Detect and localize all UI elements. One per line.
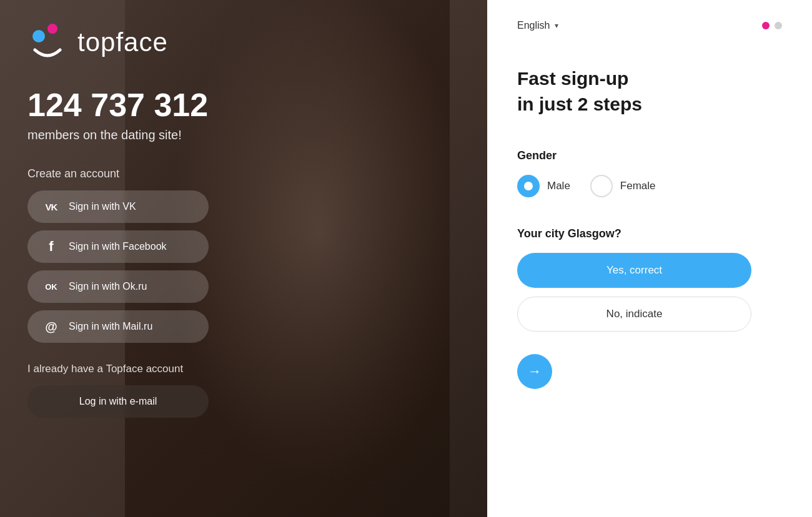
member-count: 124 737 312 xyxy=(27,87,460,123)
logo-text: topface xyxy=(77,27,168,57)
city-label: Your city Glasgow? xyxy=(517,227,782,240)
language-dropdown-arrow: ▾ xyxy=(555,21,558,30)
right-header: English ▾ xyxy=(517,20,782,31)
gender-row: Male Female xyxy=(517,175,782,197)
login-section: I already have a Topface account Log in … xyxy=(27,363,460,418)
create-account-label: Create an account xyxy=(27,167,460,180)
topface-logo-icon xyxy=(27,22,67,62)
okru-icon: OK xyxy=(42,278,60,295)
left-content: topface 124 737 312 members on the datin… xyxy=(0,0,487,517)
gender-male-option[interactable]: Male xyxy=(517,175,570,197)
language-label: English xyxy=(517,20,550,31)
city-yes-button[interactable]: Yes, correct xyxy=(517,253,751,288)
mailru-icon: @ xyxy=(42,318,60,335)
heading-line2: in just 2 steps xyxy=(517,94,642,114)
email-login-button[interactable]: Log in with e-mail xyxy=(27,385,209,418)
language-selector[interactable]: English ▾ xyxy=(517,20,558,31)
female-label: Female xyxy=(620,180,656,192)
left-panel: topface 124 737 312 members on the datin… xyxy=(0,0,487,517)
male-radio-inner xyxy=(524,182,533,190)
step-dots xyxy=(762,22,782,29)
svg-point-1 xyxy=(47,24,57,34)
mailru-btn-label: Sign in with Mail.ru xyxy=(69,321,152,332)
okru-signin-button[interactable]: OK Sign in with Ok.ru xyxy=(27,270,209,303)
city-no-button[interactable]: No, indicate xyxy=(517,297,751,332)
male-radio[interactable] xyxy=(517,175,540,197)
next-button[interactable]: → xyxy=(517,354,552,389)
signup-heading: Fast sign-up in just 2 steps xyxy=(517,66,782,117)
facebook-signin-button[interactable]: f Sign in with Facebook xyxy=(27,230,209,263)
already-account-label: I already have a Topface account xyxy=(27,363,460,375)
okru-btn-label: Sign in with Ok.ru xyxy=(69,281,147,292)
vk-icon: VK xyxy=(42,198,60,215)
step-dot-1 xyxy=(762,22,770,29)
step-dot-2 xyxy=(775,22,782,29)
gender-female-option[interactable]: Female xyxy=(590,175,656,197)
gender-label: Gender xyxy=(517,149,782,162)
svg-point-0 xyxy=(32,30,45,42)
logo-area: topface xyxy=(27,22,460,62)
next-arrow-icon: → xyxy=(528,363,542,380)
heading-line1: Fast sign-up xyxy=(517,68,628,89)
facebook-btn-label: Sign in with Facebook xyxy=(69,241,167,252)
vk-btn-label: Sign in with VK xyxy=(69,201,136,212)
male-label: Male xyxy=(547,180,570,192)
mailru-signin-button[interactable]: @ Sign in with Mail.ru xyxy=(27,310,209,343)
female-radio[interactable] xyxy=(590,175,613,197)
right-panel: English ▾ Fast sign-up in just 2 steps G… xyxy=(487,0,812,517)
member-subtitle: members on the dating site! xyxy=(27,128,460,142)
facebook-icon: f xyxy=(42,238,60,255)
vk-signin-button[interactable]: VK Sign in with VK xyxy=(27,190,209,223)
